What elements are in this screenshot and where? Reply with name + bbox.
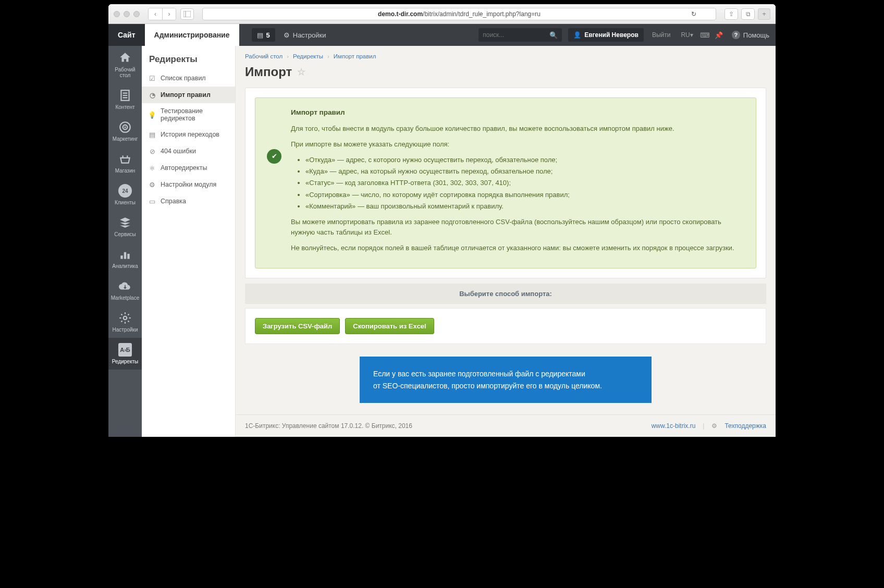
nav-label: Тестирование редиректов: [161, 107, 229, 122]
gear-icon: ⚙: [148, 180, 156, 189]
user-name: Евгений Неверов: [584, 31, 639, 39]
import-icon: ◔: [148, 91, 156, 99]
favorite-star[interactable]: ☆: [297, 66, 305, 78]
rail-label: Клиенты: [115, 200, 136, 205]
support-link[interactable]: Техподдержка: [725, 422, 766, 430]
new-tab-button[interactable]: +: [758, 8, 770, 20]
upload-csv-button[interactable]: Загрузить CSV-файл: [255, 318, 340, 334]
rail-clients[interactable]: 24 Клиенты: [108, 179, 142, 211]
min-dot[interactable]: [124, 11, 130, 17]
page-title-text: Импорт: [245, 65, 292, 79]
browser-window: ‹ › demo.t-dir.com/bitrix/admin/tdrd_rul…: [108, 4, 776, 437]
close-dot[interactable]: [114, 11, 120, 17]
search-input[interactable]: [483, 31, 549, 39]
rail-label: Настройки: [112, 327, 138, 333]
url-path: /bitrix/admin/tdrd_rule_import.php?lang=…: [423, 10, 541, 18]
footer-link[interactable]: www.1c-bitrix.ru: [652, 422, 696, 430]
notice-field: «Статус» — код заголовка HTTP-ответа (30…: [305, 178, 744, 188]
rail-content[interactable]: Контент: [108, 83, 142, 115]
home-icon: [118, 51, 132, 65]
user-menu[interactable]: 👤 Евгений Неверов: [568, 28, 644, 42]
keyboard-icon[interactable]: ⌨: [698, 24, 712, 46]
tabs-button[interactable]: ⧉: [741, 8, 755, 20]
breadcrumb: Рабочий стол› Редиректы› Импорт правил: [245, 53, 766, 59]
url-host: demo.t-dir.com: [378, 10, 423, 18]
lang-switch[interactable]: RU ▾: [676, 24, 698, 46]
nav-item-help[interactable]: ▭Справка: [142, 193, 235, 210]
nav-item-list[interactable]: ☑Список правил: [142, 70, 235, 87]
callout-line: от SEO-специалистов, просто импортируйте…: [373, 380, 638, 391]
settings-link[interactable]: ⚙ Настройки: [277, 24, 333, 46]
back-button[interactable]: ‹: [149, 8, 162, 20]
svg-rect-9: [120, 255, 122, 259]
rail-shop[interactable]: Магазин: [108, 147, 142, 179]
nav-item-auto[interactable]: ⚛Авторедиректы: [142, 160, 235, 176]
tab-site[interactable]: Сайт: [108, 24, 145, 46]
gear-icon: ⚙: [711, 422, 717, 430]
help-link[interactable]: ? Помощь: [726, 24, 776, 46]
rail-redirects[interactable]: А›Б Редиректы: [108, 338, 142, 370]
sidebar-toggle[interactable]: [180, 8, 194, 20]
cloud-icon: [118, 279, 132, 293]
notifications-button[interactable]: ▤ 5: [252, 28, 275, 42]
nav-item-404[interactable]: ⊘404 ошибки: [142, 143, 235, 160]
history-icon: ▤: [148, 130, 156, 139]
basket-icon: [118, 152, 132, 166]
nav-item-settings[interactable]: ⚙Настройки модуля: [142, 176, 235, 193]
error-icon: ⊘: [148, 147, 156, 155]
forward-button[interactable]: ›: [162, 8, 176, 20]
import-actions: Загрузить CSV-файл Скопировать из Excel: [245, 308, 766, 344]
list-icon: ☑: [148, 74, 156, 82]
crumb-link[interactable]: Рабочий стол: [245, 53, 283, 59]
nav-item-history[interactable]: ▤История переходов: [142, 126, 235, 143]
max-dot[interactable]: [133, 11, 140, 17]
rail-marketing[interactable]: Маркетинг: [108, 115, 142, 147]
notice-p2: При импорте вы можете указать следующие …: [291, 139, 744, 150]
svg-rect-11: [127, 254, 129, 259]
traffic-lights: [114, 11, 140, 17]
redirect-badge-icon: А›Б: [118, 343, 132, 357]
svg-rect-0: [183, 11, 191, 17]
rail-label: Рабочий стол: [110, 67, 140, 78]
auto-icon: ⚛: [148, 164, 156, 172]
logout-link[interactable]: Выйти: [647, 24, 676, 46]
nav-label: Список правил: [161, 75, 206, 82]
url-bar[interactable]: demo.t-dir.com/bitrix/admin/tdrd_rule_im…: [202, 8, 716, 20]
svg-point-12: [124, 316, 127, 320]
pin-icon[interactable]: 📌: [712, 24, 726, 46]
gear-icon: ⚙: [284, 31, 290, 39]
rail-settings[interactable]: Настройки: [108, 306, 142, 338]
crumb-link[interactable]: Редиректы: [293, 53, 323, 59]
search-box[interactable]: 🔍: [478, 28, 562, 42]
content-panel: ✔ Импорт правил Для того, чтобы внести в…: [245, 88, 766, 278]
rail-analytics[interactable]: Аналитика: [108, 242, 142, 274]
reload-icon[interactable]: ↻: [691, 10, 696, 18]
layers-icon: [118, 216, 132, 229]
rail-desktop[interactable]: Рабочий стол: [108, 46, 142, 83]
nav-label: Авторедиректы: [161, 164, 207, 172]
share-button[interactable]: ⇪: [725, 8, 738, 20]
page-title: Импорт ☆: [245, 65, 766, 79]
rail-marketplace[interactable]: Marketplace: [108, 274, 142, 306]
help-label: Помощь: [743, 31, 769, 39]
notice-fields: «Откуда» — адрес, с которого нужно осуще…: [305, 155, 744, 212]
search-icon[interactable]: 🔍: [549, 31, 558, 39]
main: Рабочий стол› Редиректы› Импорт правил И…: [236, 46, 776, 437]
notice-field: «Куда» — адрес, на который нужно осущест…: [305, 166, 744, 177]
crumb-link[interactable]: Импорт правил: [334, 53, 376, 59]
bulb-icon: 💡: [148, 111, 156, 119]
nav-col: Редиректы ☑Список правил ◔Импорт правил …: [142, 46, 236, 437]
nav-label: Настройки модуля: [161, 181, 216, 188]
import-method-header: Выберите способ импорта:: [245, 284, 766, 304]
footer-left: 1С-Битрикс: Управление сайтом 17.0.12. ©…: [245, 422, 412, 430]
nav-item-test[interactable]: 💡Тестирование редиректов: [142, 103, 235, 126]
settings-label: Настройки: [293, 31, 326, 39]
tab-admin[interactable]: Администрирование: [145, 24, 239, 46]
copy-excel-button[interactable]: Скопировать из Excel: [345, 318, 434, 334]
nav-buttons: ‹ ›: [148, 8, 176, 20]
nav-item-import[interactable]: ◔Импорт правил: [142, 87, 235, 103]
rail-services[interactable]: Сервисы: [108, 211, 142, 242]
document-icon: [118, 89, 132, 102]
comment-icon: ▤: [257, 31, 263, 39]
notice-field: «Откуда» — адрес, с которого нужно осуще…: [305, 155, 744, 165]
